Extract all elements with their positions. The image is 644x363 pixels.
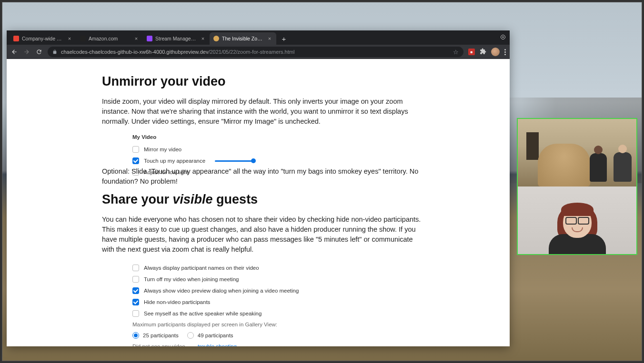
paragraph: Optional: Slide "Touch up my appearance"… (102, 167, 426, 186)
forward-button[interactable] (23, 48, 30, 56)
arrow-right-icon (23, 49, 30, 55)
setting-video-preview[interactable]: Always show video preview dialog when jo… (132, 285, 323, 296)
checkbox-icon[interactable] (132, 146, 139, 153)
puzzle-icon (480, 48, 486, 55)
webcam-host-feed (518, 186, 636, 254)
reload-icon (36, 49, 42, 55)
setting-display-names[interactable]: Always display participant names on thei… (132, 262, 323, 274)
twitch-favicon-icon (147, 36, 152, 41)
participant-settings-block: Always display participant names on thei… (132, 262, 323, 346)
page-favicon-icon (213, 36, 219, 41)
close-icon[interactable]: × (267, 36, 272, 41)
webcam-overlay (517, 118, 637, 255)
tab-twitch[interactable]: Stream Manager - Twitch × (143, 32, 210, 45)
menu-button[interactable] (504, 49, 506, 55)
settings-title: My Video (132, 134, 285, 140)
back-button[interactable] (10, 48, 18, 56)
setting-label: Hide non-video participants (144, 299, 210, 305)
checkbox-icon[interactable] (132, 276, 139, 283)
page-content: Unmirror your video Inside zoom, your vi… (7, 59, 510, 346)
tab-strip: Company-wide Vacation - Aug × Amazon.com… (7, 30, 510, 45)
gmail-favicon-icon (13, 36, 19, 41)
checkbox-checked-icon[interactable] (132, 157, 139, 164)
radio-label: 25 participants (143, 333, 179, 338)
close-icon[interactable]: × (67, 36, 72, 41)
touch-up-slider[interactable] (215, 160, 254, 162)
radio-49-participants[interactable]: 49 participants (187, 332, 233, 339)
setting-see-myself[interactable]: See myself as the active speaker while s… (132, 308, 323, 319)
setting-turn-off-video[interactable]: Turn off my video when joining meeting (132, 274, 323, 285)
tab-title: Company-wide Vacation - Aug (22, 36, 64, 41)
window-close-button[interactable] (499, 33, 507, 41)
radio-label: 49 participants (198, 333, 233, 338)
arrow-left-icon (11, 49, 18, 55)
tab-title: Stream Manager - Twitch (155, 36, 197, 41)
toolbar: chaelcodes-chaelcodes-github-io-xw6h-400… (7, 45, 510, 59)
tab-title: The Invisible Zoom Streaming (222, 36, 264, 41)
url-text: chaelcodes-chaelcodes-github-io-xw6h-400… (61, 49, 449, 55)
close-icon[interactable]: × (133, 36, 139, 41)
checkbox-icon[interactable] (132, 310, 139, 317)
checkbox-checked-icon[interactable] (132, 299, 139, 305)
extensions-button[interactable] (480, 48, 486, 56)
reload-button[interactable] (35, 48, 43, 56)
webcam-guest-feed (518, 119, 636, 186)
setting-label: Always show video preview dialog when jo… (144, 288, 299, 294)
heading-share-guests: Share your visible guests (102, 192, 426, 207)
tab-title: Amazon.com (89, 36, 131, 41)
tab-amazon[interactable]: Amazon.com × (76, 32, 143, 45)
setting-touch-up[interactable]: Touch up my appearance (132, 155, 285, 167)
tab-gmail[interactable]: Company-wide Vacation - Aug × (10, 32, 76, 45)
setting-hide-non-video[interactable]: Hide non-video participants (132, 296, 323, 308)
paragraph: Inside zoom, your video will display mir… (102, 97, 426, 127)
setting-label: Touch up my appearance (144, 158, 205, 164)
paragraph: You can hide everyone who has chosen not… (102, 215, 426, 255)
checkbox-checked-icon[interactable] (132, 287, 139, 294)
address-bar[interactable]: chaelcodes-chaelcodes-github-io-xw6h-400… (48, 47, 463, 57)
profile-avatar[interactable] (491, 48, 500, 56)
troubleshooting-row: Did not see any video, trouble shooting (132, 341, 323, 346)
radio-icon[interactable] (187, 332, 194, 339)
close-icon (501, 35, 505, 39)
checkbox-icon[interactable] (132, 265, 139, 271)
new-tab-button[interactable]: + (279, 34, 289, 43)
heading-unmirror: Unmirror your video (102, 74, 426, 89)
setting-label: See myself as the active speaker while s… (144, 311, 262, 316)
setting-label: Turn off my video when joining meeting (144, 276, 239, 282)
radio-checked-icon[interactable] (132, 332, 139, 339)
setting-label: Always display participant names on thei… (144, 265, 259, 271)
setting-mirror-video[interactable]: Mirror my video (132, 144, 285, 155)
troubleshooting-link[interactable]: trouble shooting (198, 343, 237, 346)
close-icon[interactable]: × (200, 36, 206, 41)
setting-label: Mirror my video (144, 147, 181, 152)
extension-badge[interactable]: ■ (468, 49, 475, 55)
bookmark-star-icon[interactable]: ☆ (453, 49, 459, 56)
lock-icon (52, 49, 57, 54)
amazon-favicon-icon (80, 36, 86, 41)
tab-article[interactable]: The Invisible Zoom Streaming × (210, 32, 276, 45)
gallery-view-label: Maximum participants displayed per scree… (132, 319, 323, 330)
radio-25-participants[interactable]: 25 participants (132, 332, 179, 339)
browser-window: Company-wide Vacation - Aug × Amazon.com… (7, 30, 510, 346)
